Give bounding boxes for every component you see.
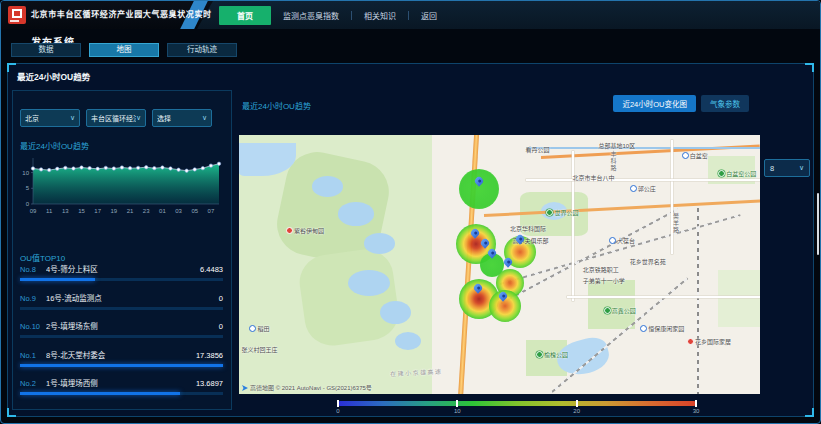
svg-text:07: 07	[208, 208, 215, 214]
map-label: 北京市丰台八中	[572, 173, 614, 182]
ou-value: 0	[219, 294, 223, 303]
chevron-down-icon: ∨	[202, 114, 207, 122]
map-label: 大葆台	[609, 236, 635, 245]
chevron-down-icon: ∨	[70, 114, 75, 122]
rank-label: No.1	[20, 351, 46, 360]
panel-corner-accent	[805, 63, 814, 72]
top10-row-line: No.102号-填埋场东侧0	[20, 320, 223, 331]
map-label: 榆槐公园	[536, 350, 568, 359]
rank-label: No.2	[20, 379, 46, 388]
map-label: 白盆窑公园	[718, 169, 756, 178]
ou-value: 13.6897	[196, 379, 223, 388]
nav-separator	[351, 11, 352, 20]
nav-item-2[interactable]: 相关知识	[364, 10, 396, 21]
app-window: 北京市丰台区循环经济产业园大气恶臭状况实时 首页监测点恶臭指数相关知识返回 发布…	[0, 0, 821, 424]
map-label: 总部基地10区	[598, 141, 635, 150]
bar-track	[20, 307, 223, 310]
top10-row-line: No.21号-填埋场西侧13.6897	[20, 377, 223, 388]
map-label: 北京华科国际	[510, 224, 546, 233]
scrollbar-thumb[interactable]	[817, 193, 819, 255]
svg-text:15: 15	[78, 208, 85, 214]
legend-tick	[576, 400, 578, 407]
ou-value: 17.3856	[196, 351, 223, 360]
bar-track	[20, 278, 223, 281]
ou-value: 6.4483	[200, 265, 223, 274]
map-label: 看丹公园	[526, 145, 550, 154]
rank-label: No.9	[20, 294, 46, 303]
panel-corner-accent	[7, 408, 16, 417]
point-select[interactable]: 8 ∨	[764, 159, 810, 177]
point-name: 4号-筛分上料区	[46, 263, 200, 274]
map-canvas[interactable]: 紫谷伊甸园看丹公园总部基地10区白盆窑白盆窑公园北京市丰台八中郭公庄世界公园北京…	[239, 135, 760, 394]
legend-tick	[695, 400, 697, 407]
map-attribution: 高德地图 © 2021 AutoNavi - GS(2021)6375号	[242, 383, 372, 392]
bar-fill	[20, 278, 95, 281]
point-name: 8号-北天堂村委会	[46, 349, 196, 360]
top10-row: No.916号-流动监测点0	[20, 292, 223, 321]
filter-selects: 北京∨丰台区循环经济产∨选择∨	[20, 109, 212, 127]
filter-select-0[interactable]: 北京∨	[20, 109, 80, 127]
panel-corner-accent	[805, 408, 814, 417]
app-title: 北京市丰台区循环经济产业园大气恶臭状况实时	[31, 1, 212, 29]
select-value: 选择	[157, 113, 171, 123]
trend-chart-title: 最近24小时OU趋势	[20, 140, 89, 151]
ou-value: 0	[219, 322, 223, 331]
legend-tick	[456, 400, 458, 407]
svg-text:05: 05	[191, 208, 198, 214]
map-label: 恒保康闲家园	[640, 324, 684, 333]
point-name: 16号-流动监测点	[46, 292, 219, 303]
view-tabs: 数据地图行动轨迹	[11, 43, 237, 57]
select-value: 丰台区循环经济产	[91, 113, 136, 123]
point-name: 2号-填埋场东侧	[46, 320, 219, 331]
bar-track	[20, 364, 223, 367]
view-tab-1[interactable]: 地图	[89, 43, 159, 57]
map-section-title: 最近24小时OU趋势	[242, 100, 311, 111]
point-select-value: 8	[770, 164, 774, 173]
map-label: 世界公园	[546, 208, 578, 217]
view-tab-2[interactable]: 行动轨迹	[167, 43, 237, 57]
top10-row-line: No.916号-流动监测点0	[20, 292, 223, 303]
app-logo	[8, 6, 26, 24]
map-label: 北京铁路职工	[583, 265, 619, 274]
svg-text:19: 19	[111, 208, 118, 214]
filter-select-1[interactable]: 丰台区循环经济产∨	[86, 109, 146, 127]
trend-chart: 0510091113151719212301030507	[15, 154, 227, 222]
map-overlay-layer: 紫谷伊甸园看丹公园总部基地10区白盆窑白盆窑公园北京市丰台八中郭公庄世界公园北京…	[239, 135, 760, 394]
nav-item-1[interactable]: 监测点恶臭指数	[283, 10, 339, 21]
legend-tick	[337, 400, 339, 407]
svg-text:01: 01	[159, 208, 166, 214]
heat-blob	[459, 169, 499, 209]
top10-row: No.102号-填埋场东侧0	[20, 320, 223, 349]
filter-select-2[interactable]: 选择∨	[152, 109, 212, 127]
map-label: 丰科路	[609, 151, 618, 172]
map-label: 张义村回王庄	[242, 345, 278, 354]
legend-gradient	[338, 401, 696, 406]
map-label: 紫谷伊甸园	[286, 226, 324, 235]
top10-row-line: No.18号-北天堂村委会17.3856	[20, 349, 223, 360]
top10-row: No.21号-填埋场西侧13.6897	[20, 377, 223, 406]
bar-track	[20, 392, 223, 395]
top-header: 北京市丰台区循环经济产业园大气恶臭状况实时 首页监测点恶臭指数相关知识返回	[1, 1, 820, 29]
svg-text:09: 09	[30, 208, 37, 214]
map-button-1[interactable]: 气象参数	[701, 95, 749, 112]
chevron-down-icon: ∨	[799, 164, 804, 172]
view-tab-0[interactable]: 数据	[11, 43, 81, 57]
svg-text:0: 0	[26, 201, 30, 207]
select-value: 北京	[25, 113, 39, 123]
main-panel: 最近24小时OU趋势 北京∨丰台区循环经济产∨选择∨ 最近24小时OU趋势 05…	[7, 63, 814, 417]
panel-title: 最近24小时OU趋势	[17, 70, 90, 82]
nav-item-0[interactable]: 首页	[219, 6, 271, 25]
nav-item-3[interactable]: 返回	[421, 10, 437, 21]
svg-text:23: 23	[143, 208, 150, 214]
legend-labels: 0102030	[338, 408, 696, 416]
map-label: 稻田	[249, 324, 269, 333]
map-label: 郭公庄	[630, 184, 656, 193]
map-button-0[interactable]: 近24小时OU变化图	[613, 95, 696, 112]
legend-tick-label: 20	[573, 408, 580, 414]
chevron-down-icon: ∨	[136, 114, 141, 122]
svg-text:11: 11	[46, 208, 53, 214]
svg-text:10: 10	[22, 170, 29, 176]
svg-text:13: 13	[62, 208, 69, 214]
panel-corner-accent	[7, 63, 16, 72]
map-label: 在建小京雄高速	[390, 367, 443, 379]
